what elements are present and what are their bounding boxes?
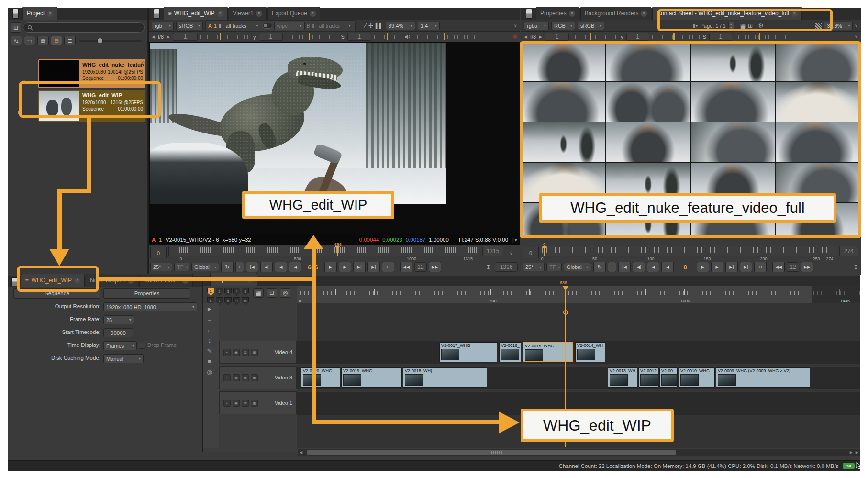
layers-tool-icon[interactable]: ≡: [203, 356, 216, 367]
timeline-clip[interactable]: V2-0014_WH: [575, 342, 605, 362]
channels-dropdown[interactable]: rgb: [152, 22, 174, 30]
step-back-button[interactable]: |◀: [246, 262, 258, 272]
layers-icon[interactable]: ≣: [242, 400, 249, 407]
step-forward-button[interactable]: ▶: [697, 262, 709, 272]
viewer-out-frame[interactable]: 1315: [482, 246, 503, 256]
proxy-dropdown[interactable]: 1:4: [418, 22, 440, 30]
step-forward-button[interactable]: ▶: [339, 262, 351, 272]
timeline-clip[interactable]: V2-0020_WHG: [301, 367, 340, 388]
step-back-button[interactable]: ◀|: [260, 262, 273, 272]
step-forward-button[interactable]: ▶: [711, 262, 723, 272]
scroll-right-icon[interactable]: ▶: [856, 450, 858, 455]
step-back-button[interactable]: ◀|: [633, 262, 645, 272]
gain-slider[interactable]: [200, 35, 250, 39]
close-icon[interactable]: ×: [47, 11, 53, 17]
collapse-chevron-icon[interactable]: »: [509, 252, 514, 255]
scroll-left-icon[interactable]: ◀: [300, 450, 302, 455]
gamma-slider[interactable]: [286, 35, 338, 39]
marker-flag-2[interactable]: 2: [216, 288, 223, 296]
sync-tool-icon[interactable]: ◎: [203, 367, 216, 377]
slip-tool-icon[interactable]: →: [203, 314, 216, 324]
timeline-clip[interactable]: V2-0009_WHG (V2-0009_WHG > V2): [716, 367, 810, 388]
gain-field[interactable]: 1: [545, 33, 569, 41]
slider-knob[interactable]: [98, 38, 102, 43]
gain-slider[interactable]: [572, 35, 618, 39]
gamma-slider[interactable]: [652, 35, 700, 39]
jump-back-button[interactable]: ◀◀: [400, 262, 412, 272]
loop-icon[interactable]: ↻: [221, 262, 234, 272]
saturation-field[interactable]: 1: [709, 33, 732, 41]
frame-rate-select[interactable]: 25: [103, 315, 134, 324]
timeline-clip[interactable]: V2-0012: [638, 367, 658, 388]
snapshot-icon[interactable]: ⊡: [267, 288, 277, 298]
timeline-clip[interactable]: V2-0013_WH: [608, 367, 637, 388]
contact-timeline-ruler[interactable]: [541, 246, 837, 256]
timecode-format-dropdown[interactable]: TF: [174, 263, 189, 271]
colorspace-dropdown[interactable]: sRGB: [176, 22, 203, 30]
search-input[interactable]: [23, 22, 145, 33]
tracks-a-dropdown[interactable]: all tracks: [223, 22, 261, 30]
step-forward-button[interactable]: ▶|: [740, 262, 752, 272]
mask-icon[interactable]: ▣: [251, 349, 258, 356]
start-timecode-input[interactable]: 90000: [103, 328, 133, 337]
loop-icon[interactable]: ↻: [593, 262, 606, 272]
roi-icon[interactable]: [513, 34, 517, 39]
gamma-display-icon[interactable]: ✣: [368, 22, 373, 29]
jump-forward-button[interactable]: ▶▶: [429, 262, 441, 272]
eye-icon[interactable]: ◉: [233, 400, 240, 407]
next-stop-icon[interactable]: ▶: [167, 34, 170, 39]
step-forward-button[interactable]: ▶|: [725, 262, 738, 272]
gamma-field[interactable]: 1: [259, 33, 283, 41]
jump-forward-button[interactable]: ▶▶: [801, 262, 813, 272]
timeline-clip[interactable]: V2-0018_WH(: [403, 367, 487, 388]
grid-icon[interactable]: ▦: [253, 288, 264, 298]
export-icon[interactable]: ↧: [853, 264, 858, 271]
gain-field[interactable]: 1: [173, 33, 198, 41]
display-dropdown[interactable]: RGB: [551, 22, 575, 30]
close-icon[interactable]: ×: [641, 11, 647, 17]
zoom-level-dropdown[interactable]: 39.4%: [386, 22, 415, 30]
tab-background-renders[interactable]: Background Renders×: [580, 7, 652, 20]
saturation-slider[interactable]: [374, 35, 402, 39]
tab-properties[interactable]: Properties×: [536, 7, 579, 20]
sample-line-icon[interactable]: ∕: [365, 22, 366, 29]
eye-icon[interactable]: ◉: [233, 349, 240, 356]
step-forward-button[interactable]: ▶|: [353, 262, 366, 272]
pause-icon[interactable]: ▌▌: [376, 23, 383, 28]
collapse-chevron-icon[interactable]: »: [513, 24, 519, 27]
range-dropdown[interactable]: Global: [564, 263, 591, 271]
collapse-chevron-icon[interactable]: »: [854, 24, 859, 27]
viewer-timeline-ruler[interactable]: [168, 246, 479, 256]
tab-viewer1[interactable]: Viewer1×: [229, 7, 267, 20]
frame-increment-field[interactable]: 12: [787, 262, 799, 272]
detail-view-icon[interactable]: ▤: [51, 36, 62, 45]
sync-target-icon[interactable]: ◎: [280, 288, 290, 298]
marker-flag-3[interactable]: 3: [224, 288, 232, 296]
thumbnail-size-slider[interactable]: [79, 40, 142, 42]
set-out-button[interactable]: O: [754, 262, 767, 272]
range-dropdown[interactable]: Global: [191, 263, 219, 271]
channels-dropdown[interactable]: rgba: [524, 22, 549, 30]
input-a-button[interactable]: A: [208, 23, 212, 29]
timeline-clip[interactable]: V2-0017_WHG: [439, 342, 497, 362]
panel-handle-icon[interactable]: [12, 9, 19, 19]
layers-icon[interactable]: ≣: [242, 349, 249, 356]
timeline-clip[interactable]: V2-00: [659, 367, 678, 388]
saturation-slider[interactable]: [735, 35, 788, 39]
contact-out-frame[interactable]: 274: [839, 246, 858, 256]
marker-flag-5[interactable]: 5: [242, 288, 249, 296]
next-stop-icon[interactable]: ▶: [539, 34, 542, 39]
set-in-button[interactable]: I: [235, 262, 244, 272]
tab-project[interactable]: Project×: [22, 7, 57, 20]
prev-stop-icon[interactable]: ◀: [152, 34, 155, 39]
grid-view-icon[interactable]: ▦: [37, 36, 49, 45]
close-icon[interactable]: ×: [256, 11, 262, 17]
scrollbar-thumb[interactable]: [307, 450, 676, 455]
lock-icon[interactable]: ▪: [223, 400, 231, 407]
select-tool-icon[interactable]: ►: [203, 303, 216, 314]
step-back-button[interactable]: ◀: [661, 262, 674, 272]
track-header-video-3[interactable]: ▪◉≣▣Video 3: [219, 366, 297, 389]
chevron-down-icon[interactable]: | ▾: [512, 236, 517, 243]
gamma-field[interactable]: 1: [626, 33, 649, 41]
layers-icon[interactable]: ≣: [242, 374, 249, 381]
